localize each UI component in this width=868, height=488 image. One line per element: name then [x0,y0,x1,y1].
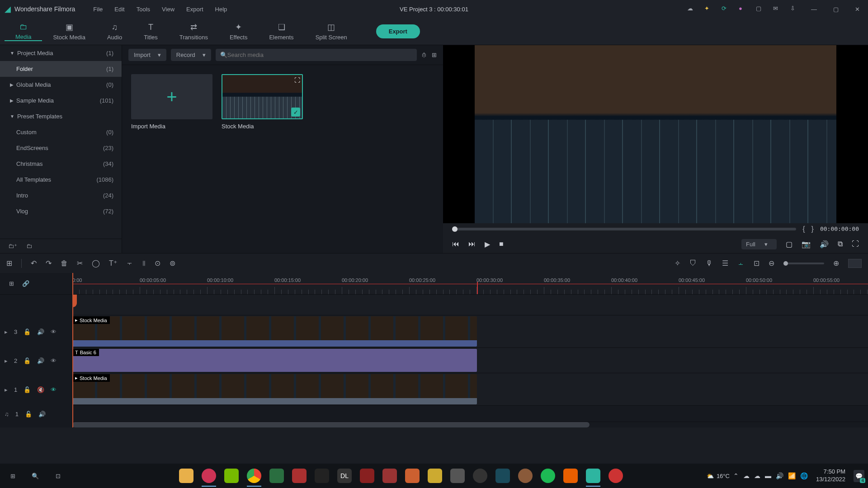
sidebar-item-vlog[interactable]: Vlog(72) [0,203,122,219]
preview-quality-dropdown[interactable]: Full▾ [741,239,777,249]
menu-edit[interactable]: Edit [114,6,124,13]
mute-icon[interactable]: 🔇 [37,386,44,393]
media-thumb[interactable]: ⛶✓ [222,74,303,119]
tray-lang-icon[interactable]: 🌐 [800,472,808,479]
redo-button[interactable]: ↷ [46,259,52,267]
zoom-out-button[interactable]: ⊖ [769,259,774,267]
search-media[interactable]: 🔍 [216,49,417,61]
sidebar-item-project-media[interactable]: ▼Project Media(1) [0,45,122,61]
taskbar-app-12[interactable] [514,465,536,487]
track-video-1[interactable]: ▸Stock Media [72,373,868,406]
taskbar-app-5[interactable] [356,465,378,487]
text-button[interactable]: T⁺ [109,259,117,267]
maximize-button[interactable]: ▢ [830,4,842,14]
next-frame-button[interactable]: ⏭ [468,240,476,248]
filter-icon[interactable]: ⫛ [421,52,427,58]
sidebar-item-christmas[interactable]: Christmas(34) [0,156,122,172]
sidebar-item-custom[interactable]: Custom(0) [0,124,122,140]
visibility-icon[interactable]: 👁 [51,328,57,335]
taskbar-app-9[interactable] [447,465,468,487]
taskbar-clock[interactable]: 7:50 PM 13/12/2022 [811,468,850,483]
taskbar-app-1[interactable] [266,465,288,487]
color-button[interactable]: ⊚ [170,259,175,267]
tab-media[interactable]: 🗀Media [5,22,42,41]
display-icon[interactable]: ▢ [786,240,793,249]
playhead[interactable] [72,273,73,427]
menu-file[interactable]: File [93,6,103,13]
sidebar-item-preset-templates[interactable]: ▼Preset Templates [0,108,122,124]
timeline-scrollbar[interactable] [72,422,868,427]
taskbar-app-6[interactable] [379,465,401,487]
add-track-icon[interactable]: ⊞ [9,280,14,287]
notification-button[interactable]: 💬4 [854,470,864,482]
sidebar-item-all-templates[interactable]: All Templates(1086) [0,172,122,188]
menu-tools[interactable]: Tools [137,6,150,13]
tray-battery-icon[interactable]: ▬ [765,472,771,479]
cloud-icon[interactable]: ☁ [687,5,695,13]
clip-title[interactable]: TBasic 6 [72,349,477,372]
grid-view-icon[interactable]: ⊞ [432,52,437,58]
taskbar-app-4[interactable]: DL [334,465,355,487]
taskbar-app-2[interactable] [288,465,310,487]
folder-icon[interactable]: 🗀 [26,243,32,249]
fit-icon[interactable]: ⊡ [754,259,760,267]
tab-audio[interactable]: ♫Audio [96,23,133,41]
lock-icon[interactable]: 🔓 [24,357,31,364]
tray-cloud-icon[interactable]: ☁ [743,472,750,479]
speed-button[interactable]: ⊙ [155,259,160,267]
start-button[interactable]: ⊞ [4,467,22,485]
taskbar-app-10[interactable] [469,465,491,487]
timeline-ruler[interactable]: 0:0000:00:05:0000:00:10:0000:00:15:0000:… [72,273,868,295]
volume-icon[interactable]: 🔊 [820,240,829,249]
zoom-slider[interactable] [783,263,824,264]
lock-icon[interactable]: 🔓 [24,386,31,393]
taskbar-app-7[interactable] [401,465,423,487]
download-icon[interactable]: ⇩ [790,5,798,13]
undo-button[interactable]: ↶ [31,259,37,267]
preview-canvas[interactable] [443,45,868,223]
snapshot-icon[interactable]: 📷 [802,240,811,249]
taskbar-app-spotify[interactable] [537,465,559,487]
track-audio-1[interactable] [72,406,868,422]
taskbar-weather[interactable]: ⛅ 16°C [707,473,730,479]
taskbar-app-opera[interactable] [198,465,220,487]
mute-icon[interactable]: 🔊 [37,328,44,335]
tray-chevron-icon[interactable]: ⌃ [733,472,739,479]
system-tray[interactable]: ⌃ ☁ ☁ ▬ 🔊 📶 🌐 [733,472,808,479]
scrub-track[interactable] [452,228,796,230]
record-dropdown[interactable]: Record▾ [171,49,211,61]
taskbar-app-11[interactable] [492,465,514,487]
visibility-icon[interactable]: 👁 [51,357,57,364]
search-input[interactable] [227,52,412,58]
visibility-icon[interactable]: 👁 [51,386,57,393]
taskbar-app-filmora[interactable] [582,465,604,487]
marker-icon[interactable]: ⫠ [737,259,745,267]
mute-icon[interactable]: 🔊 [38,411,46,418]
taskbar-app-explorer[interactable] [175,465,197,487]
prev-frame-button[interactable]: ⏮ [452,240,459,248]
import-dropdown[interactable]: Import▾ [128,49,166,61]
link-icon[interactable]: 🔗 [22,280,29,287]
manage-tracks-icon[interactable]: ⊞ [6,259,12,267]
taskbar-app-13[interactable] [605,465,627,487]
crop-button[interactable]: ◯ [92,259,100,267]
tab-transitions[interactable]: ⇄Transitions [169,22,219,41]
tray-wifi-icon[interactable]: 📶 [788,472,796,479]
sidebar-item-sample-media[interactable]: ▶Sample Media(101) [0,93,122,108]
clip-stock-media-1[interactable]: ▸Stock Media [72,316,477,347]
taskbar-app-nvidia[interactable] [221,465,242,487]
media-card-import-media[interactable]: +Import Media [131,74,212,130]
headset-icon[interactable]: ⟳ [722,5,730,13]
menu-export[interactable]: Export [186,6,203,13]
menu-help[interactable]: Help [215,6,227,13]
render-icon[interactable]: ✧ [675,259,680,267]
task-view-button[interactable]: ⊡ [49,467,67,485]
tray-onedrive-icon[interactable]: ☁ [754,472,760,479]
tab-stock-media[interactable]: ▣Stock Media [42,22,96,41]
search-button[interactable]: 🔍 [26,467,44,485]
media-card-stock-media[interactable]: ⛶✓Stock Media [222,74,303,130]
export-button[interactable]: Export [376,24,420,38]
taskbar-app-chrome[interactable] [243,465,265,487]
close-button[interactable]: ✕ [851,4,863,14]
lock-icon[interactable]: 🔓 [25,411,32,418]
